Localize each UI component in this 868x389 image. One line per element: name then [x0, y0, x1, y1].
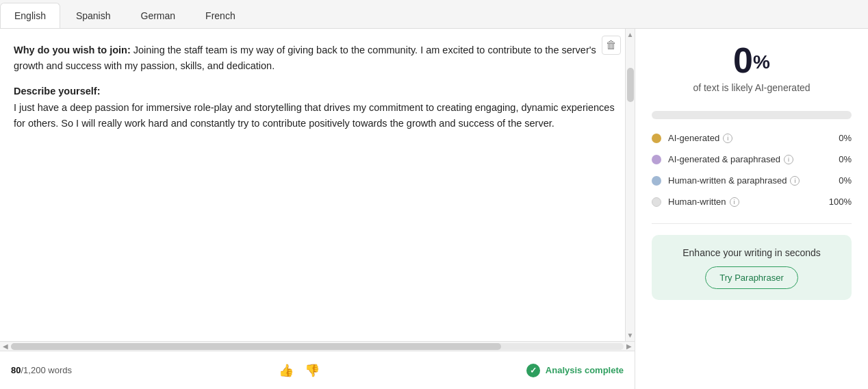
category-name-ai-generated: AI-generated i: [668, 133, 820, 143]
category-ai-paraphrased: AI-generated & paraphrased i 0%: [652, 154, 852, 164]
bottom-bar: 80/1,200 words 👍 👎 ✓ Analysis complete: [0, 351, 635, 389]
thumbs-up-button[interactable]: 👍: [277, 362, 295, 379]
percent-display: 0% of text is likely AI-generated: [652, 42, 852, 93]
scroll-down-arrow[interactable]: ▼: [627, 329, 634, 341]
divider: [652, 223, 852, 224]
vertical-scrollbar[interactable]: ▲ ▼: [625, 29, 635, 341]
word-count: 80/1,200 words: [11, 365, 72, 375]
category-human-written: Human-written i 100%: [652, 197, 852, 207]
hscroll-left-arrow[interactable]: ◀: [0, 342, 11, 350]
check-circle-icon: ✓: [526, 364, 540, 377]
dot-ai-paraphrased: [652, 155, 661, 164]
enhance-box: Enhance your writing in seconds Try Para…: [652, 235, 852, 300]
tab-spanish[interactable]: Spanish: [62, 3, 125, 28]
try-paraphraser-button[interactable]: Try Paraphraser: [705, 266, 797, 289]
right-panel: 0% of text is likely AI-generated AI-gen…: [635, 29, 868, 389]
percent-number: 0: [733, 40, 753, 80]
info-icon-ai-paraphrased[interactable]: i: [784, 155, 793, 164]
tab-german[interactable]: German: [127, 3, 190, 28]
category-ai-generated: AI-generated i 0%: [652, 133, 852, 143]
percent-sign: %: [753, 51, 770, 73]
pct-ai-generated: 0%: [827, 133, 852, 143]
scrollbar-thumb[interactable]: [627, 68, 634, 102]
delete-button[interactable]: 🗑: [602, 36, 621, 55]
check-symbol: ✓: [530, 366, 537, 375]
horizontal-scrollbar[interactable]: ◀ ▶: [0, 341, 635, 351]
tabs-bar: English Spanish German French: [0, 0, 868, 29]
text-area-wrapper: 🗑 Why do you wish to join: Joining the s…: [0, 29, 635, 341]
word-count-label: words: [48, 365, 72, 375]
scroll-up-arrow[interactable]: ▲: [627, 29, 634, 40]
pct-human-paraphrased: 0%: [827, 175, 852, 186]
info-icon-human-paraphrased[interactable]: i: [790, 176, 800, 186]
hscroll-right-arrow[interactable]: ▶: [624, 342, 635, 350]
label-human-written: Human-written: [668, 197, 726, 207]
hscrollbar-thumb[interactable]: [11, 343, 501, 350]
category-name-human-paraphrased: Human-written & paraphrased i: [668, 175, 820, 186]
dot-human-written: [652, 197, 661, 207]
label-ai-paraphrased: AI-generated & paraphrased: [668, 154, 780, 164]
category-human-paraphrased: Human-written & paraphrased i 0%: [652, 175, 852, 186]
pct-human-written: 100%: [827, 197, 852, 207]
info-icon-ai-generated[interactable]: i: [723, 134, 732, 143]
text-content[interactable]: Why do you wish to join: Joining the sta…: [0, 29, 635, 341]
progress-bar: [652, 111, 852, 119]
category-name-ai-paraphrased: AI-generated & paraphrased i: [668, 154, 820, 164]
hscrollbar-track: [11, 343, 624, 350]
paragraph-1-label: Why do you wish to join:: [14, 45, 131, 55]
dot-ai-generated: [652, 134, 661, 143]
paragraph-2-label: Describe yourself:: [14, 86, 101, 97]
paragraph-2-text: I just have a deep passion for immersive…: [14, 102, 615, 129]
enhance-title: Enhance your writing in seconds: [663, 247, 841, 258]
analysis-status-label: Analysis complete: [546, 365, 624, 375]
word-count-max: 1,200: [23, 365, 46, 375]
pct-ai-paraphrased: 0%: [827, 154, 852, 164]
tab-french[interactable]: French: [191, 3, 250, 28]
paragraph-1: Why do you wish to join: Joining the sta…: [14, 42, 621, 74]
paragraph-2: Describe yourself: I just have a deep pa…: [14, 84, 621, 131]
dot-human-paraphrased: [652, 176, 661, 186]
category-list: AI-generated i 0% AI-generated & paraphr…: [652, 133, 852, 207]
thumbs-down-button[interactable]: 👎: [303, 362, 321, 379]
word-count-current: 80: [11, 365, 21, 375]
main-content: 🗑 Why do you wish to join: Joining the s…: [0, 29, 868, 389]
category-name-human-written: Human-written i: [668, 197, 820, 207]
info-icon-human-written[interactable]: i: [730, 197, 739, 207]
left-panel: 🗑 Why do you wish to join: Joining the s…: [0, 29, 635, 389]
label-ai-generated: AI-generated: [668, 133, 719, 143]
percent-label: of text is likely AI-generated: [652, 82, 852, 93]
feedback-buttons: 👍 👎: [277, 362, 321, 379]
analysis-status: ✓ Analysis complete: [526, 364, 624, 377]
label-human-paraphrased: Human-written & paraphrased: [668, 175, 787, 186]
tab-english[interactable]: English: [0, 3, 60, 28]
